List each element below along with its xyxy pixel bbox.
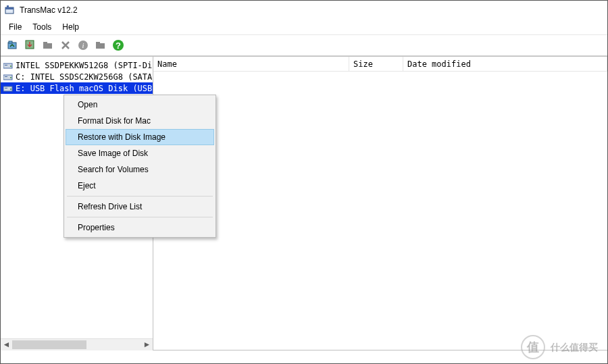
svg-point-22 — [10, 88, 11, 90]
svg-text:i: i — [82, 41, 84, 49]
watermark: 值 什么值得买 — [521, 335, 598, 359]
svg-rect-15 — [5, 65, 7, 66]
scroll-thumb[interactable] — [12, 340, 86, 349]
context-separator — [67, 217, 213, 217]
column-name[interactable]: Name — [153, 57, 349, 71]
watermark-line1: 什么值得买 — [551, 342, 598, 353]
context-refresh[interactable]: Refresh Drive List — [66, 199, 214, 215]
file-list-pane: Name Size Date modified — [153, 57, 607, 350]
svg-text:?: ? — [116, 41, 121, 51]
svg-rect-2 — [7, 5, 9, 7]
context-restore-disk-image[interactable]: Restore with Disk Image — [66, 129, 214, 145]
status-bar — [1, 350, 607, 363]
svg-rect-21 — [5, 88, 7, 88]
title-bar: TransMac v12.2 — [1, 1, 607, 20]
svg-point-19 — [10, 77, 11, 78]
list-header: Name Size Date modified — [153, 57, 607, 72]
tree-row-label: E: USB Flash macOS Disk (USB-Disk) — [16, 84, 153, 93]
context-eject[interactable]: Eject — [66, 178, 214, 194]
tree-row-drive[interactable]: INTEL SSDPEKKW512G8 (SPTI-Disk) — [1, 59, 153, 71]
info-icon[interactable]: i — [76, 38, 90, 52]
menu-bar: File Tools Help — [1, 20, 607, 34]
context-search-volumes[interactable]: Search for Volumes — [66, 161, 214, 178]
tree-row-drive[interactable]: C: INTEL SSDSC2KW256G8 (SATA-Disk… — [1, 71, 153, 82]
svg-rect-18 — [5, 76, 7, 77]
context-format-disk[interactable]: Format Disk for Mac — [66, 113, 214, 129]
delete-icon[interactable] — [59, 38, 72, 52]
scroll-right-button[interactable]: ► — [141, 339, 153, 350]
save-arrow-icon[interactable] — [24, 38, 37, 52]
watermark-text: 什么值得买 — [551, 342, 598, 353]
context-properties[interactable]: Properties — [66, 219, 214, 236]
scroll-track[interactable] — [12, 339, 141, 350]
folder-icon[interactable] — [41, 38, 55, 52]
open-icon[interactable] — [6, 38, 20, 52]
svg-point-16 — [10, 66, 11, 67]
drive-icon — [3, 84, 13, 93]
app-icon — [5, 5, 16, 16]
context-menu: Open Format Disk for Mac Restore with Di… — [64, 95, 216, 238]
drive-icon — [3, 61, 13, 70]
column-date[interactable]: Date modified — [403, 57, 607, 71]
tree-row-drive-selected[interactable]: E: USB Flash macOS Disk (USB-Disk) — [1, 82, 153, 94]
column-size[interactable]: Size — [349, 57, 403, 71]
sidebar-h-scrollbar[interactable]: ◄ ► — [1, 338, 153, 350]
context-open[interactable]: Open — [66, 97, 214, 113]
svg-rect-1 — [5, 7, 14, 9]
context-separator — [67, 196, 213, 197]
drive-icon — [3, 73, 13, 81]
svg-rect-10 — [96, 43, 105, 49]
svg-rect-7 — [43, 42, 47, 44]
menu-help[interactable]: Help — [57, 21, 84, 33]
menu-file[interactable]: File — [3, 21, 27, 33]
svg-rect-11 — [96, 42, 100, 44]
help-icon[interactable]: ? — [111, 38, 125, 52]
svg-rect-6 — [43, 43, 52, 49]
tree-row-label: INTEL SSDPEKKW512G8 (SPTI-Disk) — [16, 61, 153, 70]
folder-plus-icon[interactable] — [94, 38, 107, 52]
svg-rect-4 — [9, 41, 12, 43]
menu-tools[interactable]: Tools — [27, 21, 57, 33]
context-save-image[interactable]: Save Image of Disk — [66, 145, 214, 161]
watermark-logo: 值 — [521, 335, 545, 359]
toolbar: i ? — [1, 34, 607, 56]
tree-row-label: C: INTEL SSDSC2KW256G8 (SATA-Disk… — [16, 72, 153, 82]
scroll-left-button[interactable]: ◄ — [1, 339, 12, 350]
app-title: TransMac v12.2 — [20, 5, 78, 15]
